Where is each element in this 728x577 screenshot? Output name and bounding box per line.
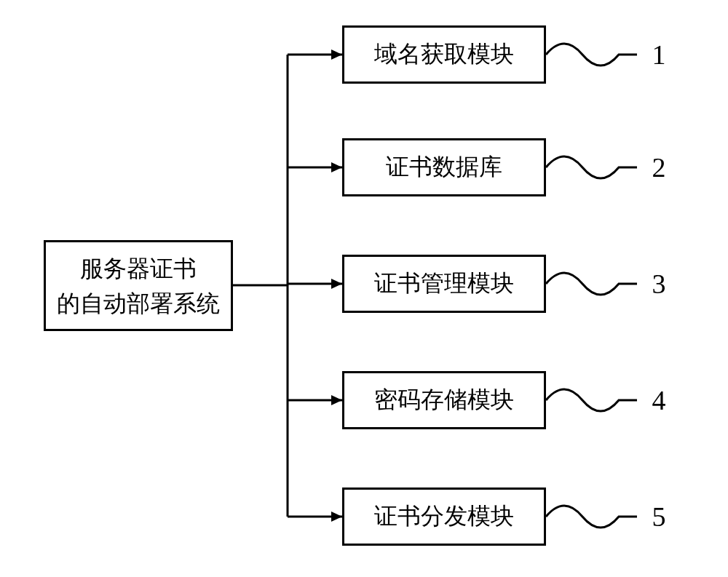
module-label: 证书管理模块 [374,268,514,300]
module-box-password-storage: 密码存储模块 [342,371,546,429]
module-label: 证书分发模块 [374,501,514,533]
svg-marker-7 [331,49,342,60]
module-box-domain-acquire: 域名获取模块 [342,25,546,84]
root-system-box: 服务器证书 的自动部署系统 [44,240,233,331]
module-number: 3 [641,268,677,300]
module-box-cert-management: 证书管理模块 [342,255,546,313]
module-number: 5 [641,501,677,533]
svg-marker-10 [331,395,342,405]
svg-marker-11 [331,512,342,522]
svg-marker-9 [331,279,342,289]
module-box-cert-distribute: 证书分发模块 [342,488,546,546]
module-number: 2 [641,151,677,183]
module-label: 证书数据库 [386,151,502,183]
root-label-line2: 的自动部署系统 [57,286,220,321]
module-label: 密码存储模块 [374,384,514,416]
module-box-cert-database: 证书数据库 [342,138,546,196]
root-label-line1: 服务器证书 [57,251,220,286]
svg-marker-8 [331,162,342,172]
module-label: 域名获取模块 [374,39,514,71]
module-number: 4 [641,384,677,416]
module-number: 1 [641,39,677,71]
block-diagram: 服务器证书 的自动部署系统 域名获取模块 证书数据库 证书管理模块 密码存储模块… [0,0,728,577]
